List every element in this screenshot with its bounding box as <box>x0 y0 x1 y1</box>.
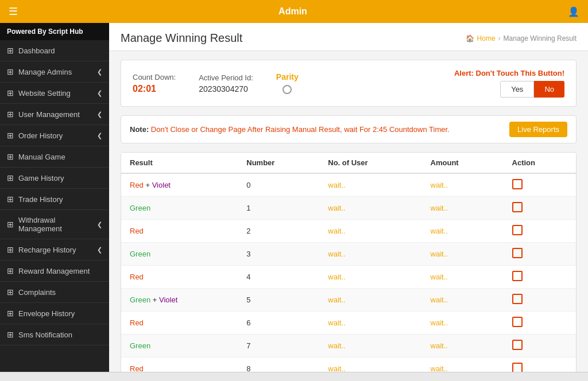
alert-text: Alert: Don't Touch This Button! <box>454 69 564 77</box>
sidebar-item-recharge-history[interactable]: ⊞ Recharge History ❮ <box>0 239 109 261</box>
amount-cell: wait.. <box>422 357 504 372</box>
action-checkbox[interactable] <box>512 340 523 350</box>
sidebar-item-label: Withdrawal Management <box>18 216 97 233</box>
action-checkbox[interactable] <box>512 294 523 304</box>
yes-button[interactable]: Yes <box>500 81 534 98</box>
action-cell[interactable] <box>504 173 576 197</box>
alert-block: Alert: Don't Touch This Button! Yes No <box>454 69 564 98</box>
breadcrumb-current: Manage Winning Result <box>504 34 577 42</box>
live-reports-button[interactable]: Live Reports <box>509 122 567 137</box>
action-cell[interactable] <box>504 266 576 289</box>
sidebar-item-label: Envelope History <box>18 309 75 318</box>
result-cell: Green + Violet <box>121 289 238 312</box>
topbar: ☰ Admin 👤 <box>0 0 588 23</box>
app-title: Admin <box>278 6 307 17</box>
game-history-icon: ⊞ <box>7 173 14 182</box>
amount-cell: wait.. <box>422 266 504 289</box>
col-number: Number <box>238 153 319 173</box>
sidebar-item-label: Manual Game <box>18 153 65 161</box>
amount-cell: wait.. <box>422 312 504 335</box>
action-cell[interactable] <box>504 197 576 220</box>
manage-admins-icon: ⊞ <box>7 67 14 76</box>
no-button[interactable]: No <box>534 81 564 98</box>
users-cell: wait.. <box>319 197 421 220</box>
sidebar-item-withdrawal-management[interactable]: ⊞ Withdrawal Management ❮ <box>0 210 109 239</box>
parity-radio[interactable] <box>283 85 292 94</box>
result-cell: Green <box>121 197 238 220</box>
sidebar-brand: Powered By Script Hub <box>0 23 109 40</box>
col-users: No. of User <box>319 153 421 173</box>
action-cell[interactable] <box>504 335 576 357</box>
period-label: Active Period Id: <box>199 73 253 82</box>
manual-game-icon: ⊞ <box>7 152 14 161</box>
sidebar-item-manage-admins[interactable]: ⊞ Manage Admins ❮ <box>0 61 109 83</box>
table-row: Green7wait..wait.. <box>121 335 576 357</box>
breadcrumb: 🏠 Home › Manage Winning Result <box>466 34 577 42</box>
sidebar-item-complaints[interactable]: ⊞ Complaints <box>0 282 109 303</box>
chevron-icon: ❮ <box>97 68 102 76</box>
users-cell: wait.. <box>319 312 421 335</box>
action-cell[interactable] <box>504 220 576 243</box>
action-checkbox[interactable] <box>512 363 523 372</box>
action-cell[interactable] <box>504 243 576 266</box>
breadcrumb-home[interactable]: Home <box>477 34 496 42</box>
sidebar-item-dashboard[interactable]: ⊞ Dashboard <box>0 40 109 61</box>
user-icon[interactable]: 👤 <box>568 6 579 17</box>
table-row: Green1wait..wait.. <box>121 197 576 220</box>
sidebar-item-envelope-history[interactable]: ⊞ Envelope History <box>0 303 109 324</box>
result-cell: Green <box>121 335 238 357</box>
table-row: Red8wait..wait.. <box>121 357 576 372</box>
dashboard-icon: ⊞ <box>7 46 14 55</box>
action-cell[interactable] <box>504 289 576 312</box>
action-checkbox[interactable] <box>512 271 523 281</box>
action-checkbox[interactable] <box>512 179 523 189</box>
sidebar-item-label: Dashboard <box>18 46 55 55</box>
sidebar-item-reward-management[interactable]: ⊞ Reward Management <box>0 261 109 282</box>
horizontal-scrollbar[interactable] <box>0 372 588 381</box>
sidebar-item-trade-history[interactable]: ⊞ Trade History <box>0 189 109 210</box>
action-checkbox[interactable] <box>512 317 523 327</box>
period-block: Active Period Id: 20230304270 <box>199 73 253 94</box>
sidebar-item-label: Sms Notification <box>18 331 72 339</box>
action-checkbox[interactable] <box>512 202 523 212</box>
main-header: Manage Winning Result 🏠 Home › Manage Wi… <box>109 23 588 51</box>
sidebar-item-user-management[interactable]: ⊞ User Management ❮ <box>0 104 109 125</box>
alert-label: Alert: <box>454 69 474 77</box>
countdown-value: 02:01 <box>133 84 176 94</box>
alert-buttons: Yes No <box>500 81 564 98</box>
sidebar-item-manual-game[interactable]: ⊞ Manual Game <box>0 146 109 168</box>
users-cell: wait.. <box>319 173 421 197</box>
menu-icon[interactable]: ☰ <box>9 5 18 18</box>
reward-management-icon: ⊞ <box>7 266 14 275</box>
sms-notification-icon: ⊞ <box>7 330 14 339</box>
result-cell: Red <box>121 312 238 335</box>
countdown-block: Count Down: 02:01 <box>133 73 176 94</box>
col-amount: Amount <box>422 153 504 173</box>
sidebar-item-sms-notification[interactable]: ⊞ Sms Notification <box>0 324 109 345</box>
sidebar-item-website-setting[interactable]: ⊞ Website Setting ❮ <box>0 83 109 104</box>
number-cell: 8 <box>238 357 319 372</box>
number-cell: 3 <box>238 243 319 266</box>
amount-cell: wait.. <box>422 220 504 243</box>
result-cell: Green <box>121 243 238 266</box>
result-red: Red <box>130 273 144 281</box>
sidebar-item-game-history[interactable]: ⊞ Game History <box>0 168 109 189</box>
number-cell: 6 <box>238 312 319 335</box>
action-cell[interactable] <box>504 312 576 335</box>
result-violet: Violet <box>152 181 171 189</box>
sidebar-item-order-history[interactable]: ⊞ Order History ❮ <box>0 125 109 146</box>
table-row: Red6wait..wait.. <box>121 312 576 335</box>
users-cell: wait.. <box>319 357 421 372</box>
sidebar-item-label: Complaints <box>18 288 56 297</box>
users-cell: wait.. <box>319 243 421 266</box>
action-cell[interactable] <box>504 357 576 372</box>
amount-cell: wait.. <box>422 197 504 220</box>
action-checkbox[interactable] <box>512 248 523 258</box>
home-icon: 🏠 <box>466 34 474 42</box>
amount-cell: wait.. <box>422 335 504 357</box>
period-value: 20230304270 <box>199 84 253 94</box>
sidebar-item-label: User Management <box>18 110 80 119</box>
action-checkbox[interactable] <box>512 225 523 235</box>
result-red: Red <box>130 364 144 372</box>
parity-block: Parity <box>276 72 299 94</box>
